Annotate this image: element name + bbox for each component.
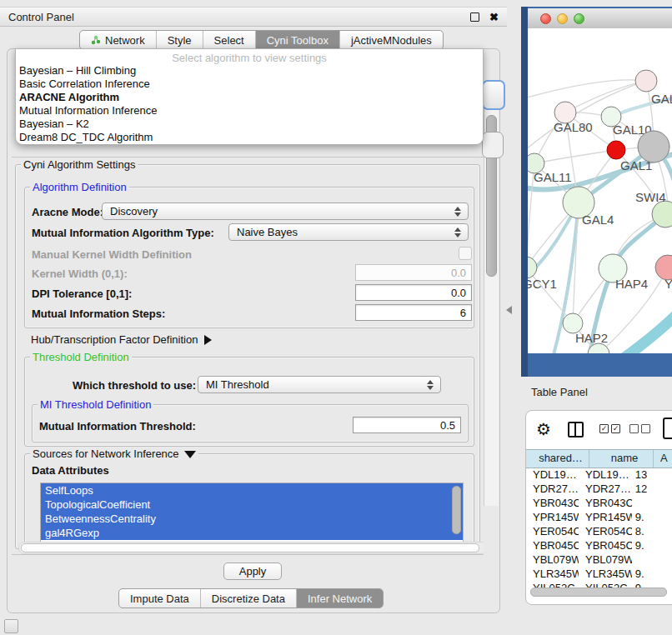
network-node-gal7[interactable] xyxy=(635,70,657,92)
spinner-arrows-icon xyxy=(427,380,434,390)
settings-vertical-scrollbar[interactable] xyxy=(484,108,499,506)
table-cell: YPR145W xyxy=(526,510,579,524)
column-header-name[interactable]: name xyxy=(589,450,654,468)
mi-threshold-definition-title: MI Threshold Definition xyxy=(38,398,153,411)
aracne-mode-combo[interactable]: Discovery xyxy=(102,202,469,220)
minimize-traffic-light[interactable] xyxy=(557,13,568,24)
apply-button[interactable]: Apply xyxy=(223,562,282,580)
hscrollbar-thumb[interactable] xyxy=(21,543,479,552)
tab-impute-data[interactable]: Impute Data xyxy=(119,589,200,608)
hub-definition-label: Hub/Transcription Factor Definition xyxy=(31,333,198,346)
settings-horizontal-scrollbar[interactable] xyxy=(18,542,484,554)
manual-kernel-label: Manual Kernel Width Definition xyxy=(32,248,192,261)
algorithm-option-mutual-information-inference[interactable]: Mutual Information Inference xyxy=(16,104,483,118)
attribute-item-betweennesscentrality[interactable]: BetweennessCentrality xyxy=(41,512,463,526)
tab-cyni-toolbox[interactable]: Cyni Toolbox xyxy=(255,31,339,49)
algorithm-option-bayesian-hill-climbing[interactable]: Bayesian – Hill Climbing xyxy=(16,64,483,78)
minimized-panel-icon[interactable] xyxy=(4,619,18,633)
attribute-item-gal4rgexp[interactable]: gal4RGexp xyxy=(41,526,463,540)
network-node[interactable] xyxy=(638,131,669,162)
select-none-icon[interactable] xyxy=(629,424,650,433)
mi-type-combo[interactable]: Naive Bayes xyxy=(228,223,469,241)
table-row[interactable]: YDL19…YDL19…13 xyxy=(526,468,672,482)
column-layout-icon[interactable] xyxy=(568,422,584,438)
select-all-icon[interactable]: ✓ ✓ xyxy=(599,424,620,433)
attribute-item-selfloops[interactable]: SelfLoops xyxy=(41,483,463,498)
network-tab-icon xyxy=(91,35,101,45)
algorithm-option-aracne-algorithm[interactable]: ARACNE Algorithm xyxy=(16,91,483,104)
tab-infer-network[interactable]: Infer Network xyxy=(296,589,383,608)
tab-label: Cyni Toolbox xyxy=(267,34,328,47)
table-cell: YDL19… xyxy=(579,468,632,482)
hub-definition-disclosure[interactable]: Hub/Transcription Factor Definition xyxy=(31,333,212,346)
network-selector-combo-fragment[interactable] xyxy=(482,132,504,158)
tab-label: jActiveMNodules xyxy=(351,34,432,47)
sources-title[interactable]: Sources for Network Inference xyxy=(30,448,198,460)
float-window-icon[interactable] xyxy=(470,12,479,22)
table-row[interactable]: YLR345WYLR345W9. xyxy=(526,567,672,581)
dpi-tolerance-field[interactable] xyxy=(355,284,472,301)
table-cell: YBR045C xyxy=(526,538,579,552)
table-cell: YLR345W xyxy=(526,567,579,581)
mi-steps-field[interactable] xyxy=(355,304,472,321)
table-cell: 8. xyxy=(632,524,672,538)
algorithm-option-basic-correlation-inference[interactable]: Basic Correlation Inference xyxy=(16,78,483,91)
settings-gear-icon[interactable]: ⚙ xyxy=(536,418,551,440)
table-header-row: shared…nameA xyxy=(526,449,672,468)
checked-box-icon: ✓ xyxy=(599,424,609,433)
network-node-gal1[interactable] xyxy=(607,141,625,159)
algorithm-list: Bayesian – Hill ClimbingBasic Correlatio… xyxy=(16,64,483,144)
network-view-window: GAL7GAL80GAL10GAL1GAL11GAL4SWI4GCY1HAP4Y… xyxy=(521,7,672,377)
zoom-traffic-light[interactable] xyxy=(574,13,584,24)
disclosure-down-icon xyxy=(184,451,196,458)
inference-algorithm-combo-fragment[interactable] xyxy=(482,80,505,110)
list-scrollbar-thumb[interactable] xyxy=(452,486,461,534)
algorithm-option-dream8-dc-tdc-algorithm[interactable]: Dream8 DC_TDC Algorithm xyxy=(16,131,483,144)
spinner-arrows-icon xyxy=(454,228,462,238)
kernel-width-field[interactable] xyxy=(355,264,472,281)
network-window-titlebar[interactable] xyxy=(528,8,672,29)
panel-divider-handle[interactable] xyxy=(506,306,512,314)
table-cell: YER054C xyxy=(579,524,632,538)
control-panel-tabs: NetworkStyleSelectCyni ToolboxjActiveMNo… xyxy=(79,30,444,50)
node-label-gal7: GAL7 xyxy=(651,92,672,106)
tab-discretize-data[interactable]: Discretize Data xyxy=(200,589,296,608)
tab-network[interactable]: Network xyxy=(80,31,156,49)
which-threshold-combo[interactable]: MI Threshold xyxy=(198,376,441,393)
algorithm-option-bayesian-k2[interactable]: Bayesian – K2 xyxy=(16,118,483,131)
table-row[interactable]: YPR145WYPR145W9. xyxy=(526,510,672,524)
unchecked-box-icon xyxy=(629,424,639,433)
tab-style[interactable]: Style xyxy=(156,31,203,49)
table-hscrollbar-thumb[interactable] xyxy=(530,588,667,597)
screen: Control Panel ✖ NetworkStyleSelectCyni T… xyxy=(0,0,672,635)
document-icon[interactable] xyxy=(663,418,672,439)
disclosure-right-icon xyxy=(204,335,212,345)
mi-threshold-field[interactable] xyxy=(353,417,461,433)
table-row[interactable]: YBR043CYBR043C xyxy=(526,496,672,510)
table-horizontal-scrollbar[interactable] xyxy=(529,587,669,596)
column-header-a[interactable]: A xyxy=(654,450,672,468)
close-traffic-light[interactable] xyxy=(540,13,551,24)
threshold-definition-group: Threshold Definition Which threshold to … xyxy=(24,357,474,447)
table-row[interactable]: YER054CYER054C8. xyxy=(526,524,672,538)
manual-kernel-checkbox[interactable] xyxy=(459,247,472,260)
settings-viewport: Cyni Algorithm Settings Algorithm Defini… xyxy=(12,157,484,555)
table-cell: YBR043C xyxy=(526,496,579,510)
node-label-gal11: GAL11 xyxy=(534,170,572,184)
algorithm-dropdown-popup: Select algorithm to view settings Bayesi… xyxy=(15,48,484,145)
tab-label: Network xyxy=(105,34,145,47)
tab-jactivemnodules[interactable]: jActiveMNodules xyxy=(339,31,443,49)
tab-label: Discretize Data xyxy=(212,592,285,605)
table-row[interactable]: YBR045CYBR045C9. xyxy=(526,538,672,552)
network-node-gcy1[interactable] xyxy=(528,257,537,278)
attribute-item-topologicalcoefficient[interactable]: TopologicalCoefficient xyxy=(41,498,463,512)
network-canvas[interactable]: GAL7GAL80GAL10GAL1GAL11GAL4SWI4GCY1HAP4Y… xyxy=(528,28,672,353)
table-row[interactable]: YBL079WYBL079W xyxy=(526,552,672,567)
table-row[interactable]: YDR27…YDR27…12 xyxy=(526,482,672,496)
table-cell: 9. xyxy=(632,567,672,581)
node-label-y: Y xyxy=(664,277,672,291)
close-icon[interactable]: ✖ xyxy=(489,12,499,22)
tab-select[interactable]: Select xyxy=(203,31,255,49)
window-frame-edge xyxy=(521,7,528,377)
column-header-shared[interactable]: shared… xyxy=(526,450,589,468)
